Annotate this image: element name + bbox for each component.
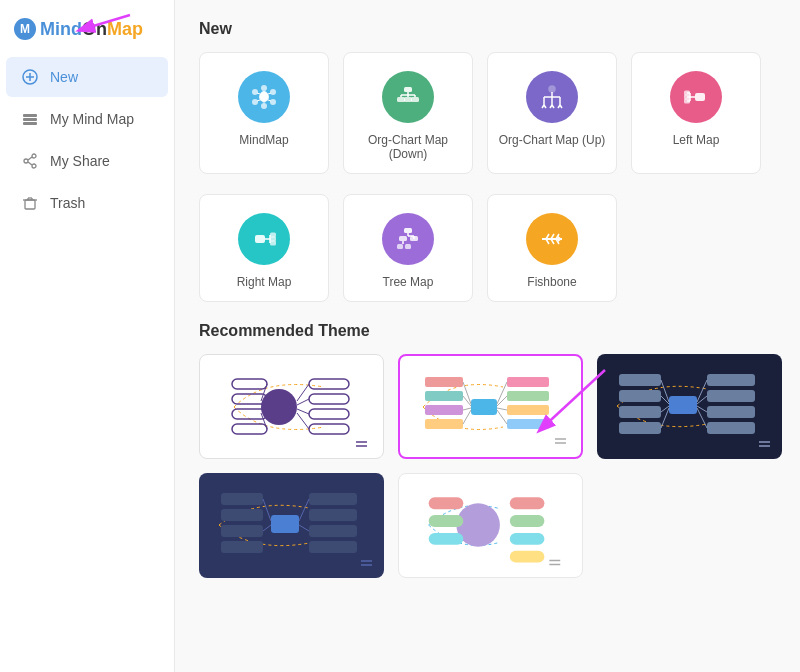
- theme-3-preview: [597, 354, 782, 459]
- sidebar-item-new[interactable]: New: [6, 57, 168, 97]
- svg-rect-67: [404, 228, 412, 233]
- svg-rect-92: [232, 424, 267, 434]
- svg-line-151: [299, 525, 309, 531]
- my-share-icon: [20, 151, 40, 171]
- map-card-mindmap[interactable]: MindMap: [199, 52, 329, 174]
- recommended-theme-title: Recommended Theme: [199, 322, 776, 340]
- theme-grid: [199, 354, 776, 578]
- sidebar-item-my-share[interactable]: My Share: [6, 141, 168, 181]
- svg-line-152: [263, 499, 271, 521]
- svg-point-29: [260, 91, 268, 101]
- svg-point-84: [261, 389, 297, 425]
- sidebar-item-myshare-label: My Share: [50, 153, 110, 169]
- map-card-tree-map[interactable]: Tree Map: [343, 194, 473, 302]
- svg-point-7: [24, 159, 28, 163]
- svg-rect-162: [429, 515, 464, 527]
- svg-rect-66: [270, 241, 276, 246]
- map-grid-row2: Right Map Tree Map: [199, 194, 776, 302]
- svg-rect-163: [429, 533, 464, 545]
- svg-rect-85: [309, 379, 349, 389]
- svg-line-27: [257, 100, 260, 101]
- svg-rect-157: [510, 497, 545, 509]
- svg-rect-144: [309, 525, 357, 537]
- svg-rect-11: [25, 200, 35, 209]
- sidebar-item-trash[interactable]: Trash: [6, 183, 168, 223]
- org-up-label: Org-Chart Map (Up): [499, 133, 606, 147]
- svg-point-19: [270, 99, 276, 105]
- svg-rect-39: [411, 97, 419, 102]
- map-card-org-down[interactable]: Org-Chart Map (Down): [343, 52, 473, 174]
- sidebar-item-trash-label: Trash: [50, 195, 85, 211]
- map-card-right-map[interactable]: Right Map: [199, 194, 329, 302]
- sidebar: M MindOnMap New My Mind Map: [0, 0, 175, 672]
- mindmap-label: MindMap: [239, 133, 288, 147]
- svg-point-8: [32, 164, 36, 168]
- svg-rect-86: [309, 394, 349, 404]
- svg-line-28: [257, 93, 260, 94]
- my-mind-map-icon: [20, 109, 40, 129]
- theme-2-preview: [403, 357, 578, 457]
- sidebar-item-my-mind-map[interactable]: My Mind Map: [6, 99, 168, 139]
- svg-rect-104: [507, 377, 549, 387]
- svg-line-114: [497, 408, 507, 410]
- svg-rect-146: [221, 493, 263, 505]
- org-up-icon: [526, 71, 578, 123]
- main-content: New: [175, 0, 800, 672]
- theme-card-1[interactable]: [199, 354, 384, 459]
- svg-rect-72: [405, 244, 411, 249]
- mindmap-icon: [238, 71, 290, 123]
- theme-1-preview: [204, 357, 379, 457]
- tree-map-icon: [382, 213, 434, 265]
- svg-marker-77: [558, 236, 562, 242]
- svg-line-135: [661, 380, 669, 402]
- left-map-icon: [670, 71, 722, 123]
- svg-line-51: [560, 105, 562, 108]
- sidebar-item-new-label: New: [50, 69, 78, 85]
- svg-rect-89: [232, 379, 267, 389]
- svg-rect-37: [397, 97, 405, 102]
- map-grid-row1: MindMap Org-Chart Map (Down): [199, 52, 776, 174]
- svg-line-132: [697, 396, 707, 404]
- svg-line-24: [268, 93, 271, 94]
- logo-icon: M: [14, 18, 36, 40]
- svg-point-6: [32, 154, 36, 158]
- trash-icon: [20, 193, 40, 213]
- theme-4-preview: [199, 473, 384, 578]
- svg-point-18: [270, 89, 276, 95]
- svg-rect-108: [425, 377, 463, 387]
- theme-card-5[interactable]: [398, 473, 583, 578]
- theme-card-2[interactable]: [398, 354, 583, 459]
- svg-line-118: [463, 408, 471, 410]
- svg-rect-87: [309, 409, 349, 419]
- map-card-fishbone[interactable]: Fishbone: [487, 194, 617, 302]
- svg-rect-109: [425, 391, 463, 401]
- svg-rect-148: [221, 525, 263, 537]
- logo: M MindOnMap: [0, 10, 174, 56]
- theme-card-3[interactable]: [597, 354, 782, 459]
- map-card-org-up[interactable]: Org-Chart Map (Up): [487, 52, 617, 174]
- svg-rect-128: [619, 390, 661, 402]
- svg-line-94: [297, 399, 309, 405]
- svg-point-17: [261, 85, 267, 91]
- svg-point-20: [261, 103, 267, 109]
- svg-line-9: [28, 157, 32, 160]
- svg-rect-123: [707, 374, 755, 386]
- svg-rect-126: [707, 422, 755, 434]
- svg-rect-71: [397, 244, 403, 249]
- logo-text: MindOnMap: [40, 19, 143, 40]
- svg-point-21: [252, 99, 258, 105]
- svg-rect-142: [309, 493, 357, 505]
- right-map-icon: [238, 213, 290, 265]
- svg-point-22: [252, 89, 258, 95]
- fishbone-icon: [526, 213, 578, 265]
- new-icon: [20, 67, 40, 87]
- org-down-label: Org-Chart Map (Down): [354, 133, 462, 161]
- svg-rect-161: [429, 497, 464, 509]
- svg-rect-159: [510, 533, 545, 545]
- svg-line-153: [263, 525, 271, 531]
- svg-line-10: [28, 162, 32, 165]
- svg-rect-52: [695, 93, 705, 101]
- theme-card-4[interactable]: [199, 473, 384, 578]
- svg-rect-143: [309, 509, 357, 521]
- map-card-left-map[interactable]: Left Map: [631, 52, 761, 174]
